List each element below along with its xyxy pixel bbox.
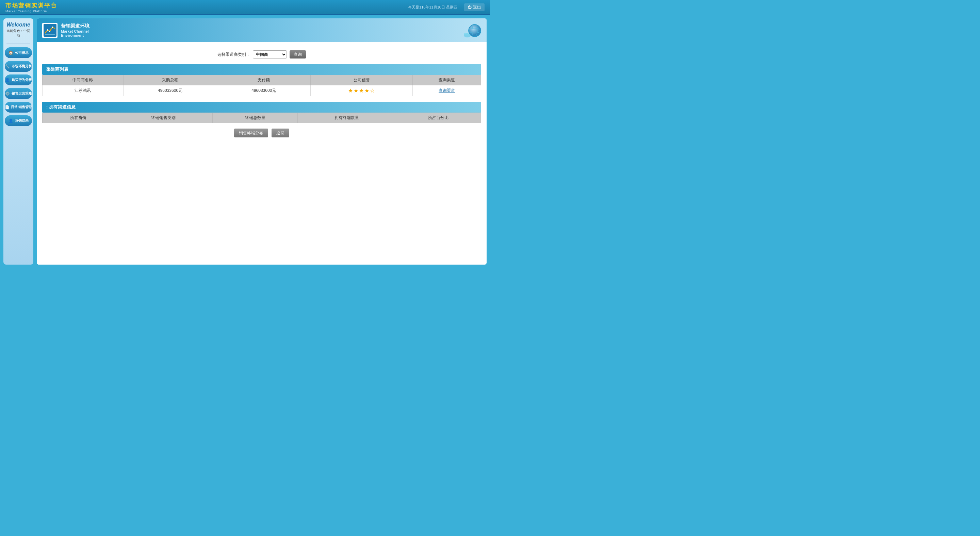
credit-stars: ★★★★☆ [348, 88, 375, 94]
col-purchase: 采购总额 [123, 75, 217, 86]
distributor-section-header: 渠道商列表 [42, 64, 481, 75]
col-query: 查询渠道 [413, 75, 481, 86]
distribute-button[interactable]: 销售终端分布 [234, 128, 268, 137]
col-terminal-total: 终端总数量 [213, 113, 298, 123]
header-date: 今天是116年11月10日 星期四 [408, 5, 457, 10]
sidebar-item-market-label: 市场环境分析 [11, 64, 32, 69]
col-owned-count: 拥有终端数量 [298, 113, 396, 123]
action-bar: 销售终端分布 返回 [42, 123, 481, 140]
banner-title-cn: 营销渠道环境 [61, 23, 89, 29]
logo-cn: 市场营销实训平台 [5, 2, 57, 10]
home-icon: 🏠 [8, 50, 14, 56]
welcome-role: 当前角色：中间商 [5, 29, 31, 38]
sidebar: Welcome 当前角色：中间商 🏠 公司信息 🔧 市场环境分析 👤 购买行为分… [3, 18, 33, 265]
filter-label: 选择渠道商类别： [218, 52, 250, 57]
banner-title-en1: Market Channel [61, 29, 89, 33]
query-channel-link[interactable]: 查询渠道 [439, 88, 455, 93]
sidebar-item-company[interactable]: 🏠 公司信息 [5, 47, 32, 58]
distributor-section-title: 渠道商列表 [46, 66, 68, 73]
cell-query[interactable]: 查询渠道 [413, 86, 481, 96]
sidebar-item-result-label: 营销结果 [15, 118, 29, 123]
table-row: 江苏鸿讯 496033600元 496033600元 ★★★★☆ 查询渠道 [43, 86, 481, 96]
svg-point-3 [52, 27, 53, 28]
logout-button[interactable]: ⏻ 退出 [464, 3, 485, 11]
query-button[interactable]: 查询 [290, 50, 306, 59]
power-icon: ⏻ [468, 5, 472, 10]
col-name: 中间商名称 [43, 75, 124, 86]
svg-point-2 [49, 31, 50, 32]
welcome-title: Welcome [5, 22, 31, 28]
globe-decoration [463, 21, 481, 40]
sidebar-item-market[interactable]: 🔧 市场环境分析 [5, 61, 32, 72]
result-icon: 👤 [8, 118, 14, 124]
wrench-icon: 🔧 [5, 63, 10, 69]
sidebar-item-purchase[interactable]: 👤 购买行为分析 [5, 75, 32, 86]
content-banner: 营销渠道环境 Market Channel Environment [37, 18, 487, 42]
owned-channel-table: 所在省份 终端销售类别 终端总数量 拥有终端数量 所占百分比 [42, 113, 481, 123]
logout-label: 退出 [473, 5, 481, 10]
svg-point-1 [47, 29, 48, 31]
logo-en: Market Training Platform [5, 10, 57, 13]
svg-point-11 [467, 34, 470, 36]
cell-name: 江苏鸿讯 [43, 86, 124, 96]
back-button[interactable]: 返回 [272, 128, 289, 137]
content-area: 营销渠道环境 Market Channel Environment [37, 18, 487, 265]
distributor-table: 中间商名称 采购总额 支付额 公司信誉 查询渠道 江苏鸿讯 496033600元… [42, 75, 481, 96]
sidebar-item-sales[interactable]: ⚙️ 销售运营策略 [5, 88, 32, 99]
channel-type-select[interactable]: 中间商 零售商 批发商 [253, 50, 287, 59]
sidebar-item-daily[interactable]: 📄 日常 销售管理 [5, 102, 32, 113]
header: 市场营销实训平台 Market Training Platform 今天是116… [0, 0, 490, 15]
owned-table-header-row: 所在省份 终端销售类别 终端总数量 拥有终端数量 所占百分比 [43, 113, 481, 123]
distributor-table-header-row: 中间商名称 采购总额 支付额 公司信誉 查询渠道 [43, 75, 481, 86]
col-province: 所在省份 [43, 113, 115, 123]
sidebar-item-company-label: 公司信息 [15, 50, 29, 55]
filter-bar: 选择渠道商类别： 中间商 零售商 批发商 查询 [42, 46, 481, 64]
chart-icon [43, 24, 56, 37]
col-payment: 支付额 [217, 75, 311, 86]
sidebar-item-purchase-label: 购买行为分析 [11, 78, 32, 82]
owned-channel-section: : 拥有渠道信息 所在省份 终端销售类别 终端总数量 拥有终端数量 所占百分比 [42, 102, 481, 123]
logo: 市场营销实训平台 Market Training Platform [5, 2, 57, 13]
banner-text: 营销渠道环境 Market Channel Environment [61, 23, 89, 37]
banner-title-en2: Environment [61, 33, 89, 37]
document-icon: 📄 [5, 105, 10, 110]
col-terminal-type: 终端销售类别 [115, 113, 213, 123]
col-credit: 公司信誉 [311, 75, 413, 86]
sidebar-item-result[interactable]: 👤 营销结果 [5, 115, 32, 126]
sidebar-item-sales-label: 销售运营策略 [11, 91, 32, 96]
person-icon: 👤 [5, 77, 10, 82]
owned-section-title: : 拥有渠道信息 [46, 104, 76, 110]
gear-icon: ⚙️ [5, 91, 10, 96]
content-body: 选择渠道商类别： 中间商 零售商 批发商 查询 渠道商列表 中间商名称 采购总额… [37, 42, 487, 265]
banner-icon [42, 23, 57, 38]
col-percentage: 所占百分比 [396, 113, 481, 123]
sidebar-welcome: Welcome 当前角色：中间商 [3, 22, 33, 38]
owned-section-header: : 拥有渠道信息 [42, 102, 481, 113]
cell-purchase: 496033600元 [123, 86, 217, 96]
cell-credit: ★★★★☆ [311, 86, 413, 96]
header-right: 今天是116年11月10日 星期四 ⏻ 退出 [408, 3, 485, 11]
sidebar-item-daily-label: 日常 销售管理 [11, 105, 32, 109]
main-layout: Welcome 当前角色：中间商 🏠 公司信息 🔧 市场环境分析 👤 购买行为分… [0, 15, 490, 268]
cell-payment: 496033600元 [217, 86, 311, 96]
